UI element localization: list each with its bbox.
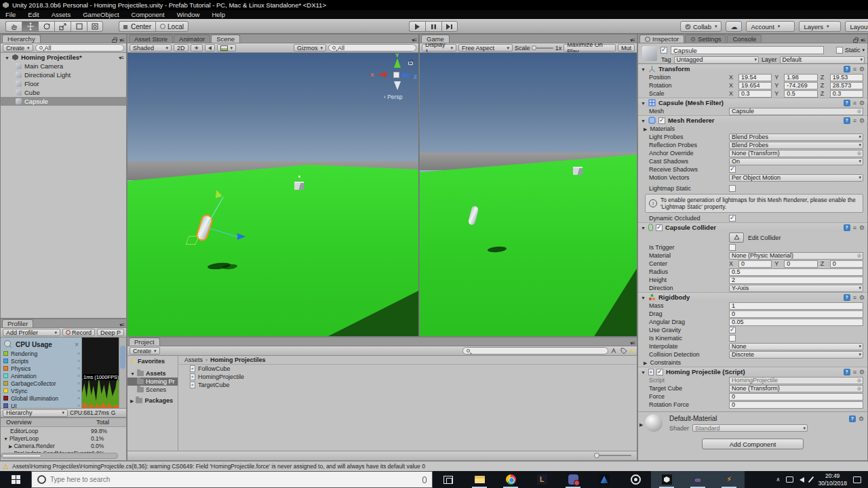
hand-tool-button[interactable]: [5, 21, 22, 32]
script-component-header[interactable]: Homing Projectile (Script) ?: [638, 367, 867, 376]
tab-asset-store[interactable]: Asset Store: [129, 35, 173, 43]
tab-settings[interactable]: Settings: [685, 35, 726, 43]
drag-handle-icon[interactable]: ≡: [77, 366, 79, 371]
hierarchy-item-cube[interactable]: Cube: [1, 88, 126, 97]
motion-vectors-dropdown[interactable]: Per Object Motion: [729, 174, 863, 182]
transform-component-header[interactable]: Transform ?: [638, 64, 867, 73]
visual-studio-button[interactable]: ∞: [682, 471, 713, 488]
project-search-input[interactable]: [462, 347, 608, 354]
panel-menu-icon[interactable]: [861, 36, 865, 43]
hierarchy-item-directional-light[interactable]: Directional Light: [1, 70, 126, 79]
add-profiler-dropdown[interactable]: Add Profiler: [3, 329, 60, 336]
foldout-icon[interactable]: [641, 65, 646, 73]
menu-item-window[interactable]: Window: [177, 11, 200, 18]
2d-toggle-button[interactable]: 2D: [174, 44, 189, 52]
taskbar-search-input[interactable]: [50, 476, 418, 483]
is-trigger-checkbox[interactable]: [729, 244, 736, 251]
component-enabled-checkbox[interactable]: [656, 224, 663, 231]
cpu-usage-graph[interactable]: 1ms (1000FPS): [82, 338, 120, 414]
drag-field[interactable]: 0: [729, 310, 863, 318]
scale-slider[interactable]: [532, 47, 553, 49]
deep-profile-button[interactable]: Deep P: [97, 329, 124, 336]
hierarchy-scene-root[interactable]: Homing Projectiles*: [1, 53, 126, 62]
gizmo-down-cone[interactable]: [394, 81, 401, 90]
audio-toggle-button[interactable]: [205, 44, 215, 52]
hierarchy-create-button[interactable]: Create: [3, 44, 33, 52]
table-row[interactable]: PlayerLoop0.1%: [1, 434, 118, 442]
rotation-y-field[interactable]: -74.269: [784, 82, 817, 89]
pause-button[interactable]: [425, 21, 441, 32]
gear-icon[interactable]: [859, 99, 865, 106]
mesh-object-field[interactable]: Capsule: [729, 108, 863, 115]
record-button[interactable]: Record: [62, 329, 95, 336]
assets-root[interactable]: Assets: [127, 369, 178, 378]
presets-icon[interactable]: [853, 99, 856, 106]
foldout-icon[interactable]: [641, 368, 646, 375]
project-create-button[interactable]: Create: [130, 347, 160, 354]
gameobject-name-field[interactable]: Capsule: [671, 46, 824, 54]
favorites-root[interactable]: Favorites: [127, 357, 178, 365]
file-explorer-button[interactable]: [464, 471, 495, 488]
legend-global-illumination[interactable]: Global Illumination≡: [3, 394, 81, 402]
physic-material-field[interactable]: None (Physic Material): [729, 252, 863, 260]
gear-icon[interactable]: [859, 117, 865, 124]
static-checkbox[interactable]: [836, 47, 843, 54]
help-icon[interactable]: ?: [844, 369, 850, 375]
rotate-tool-button[interactable]: [38, 21, 54, 32]
center-z-field[interactable]: 0: [830, 260, 863, 268]
layout-dropdown[interactable]: Layout: [845, 21, 868, 32]
help-icon[interactable]: ?: [844, 66, 850, 73]
legend-scripts[interactable]: Scripts≡: [3, 357, 81, 365]
file-followcube[interactable]: FollowCube: [179, 365, 637, 373]
legend-vsync[interactable]: VSync≡: [3, 387, 81, 394]
packages-root[interactable]: Packages: [127, 396, 178, 405]
receive-shadows-checkbox[interactable]: [729, 166, 736, 173]
active-checkbox[interactable]: [660, 47, 667, 54]
search-by-label-icon[interactable]: [620, 347, 627, 354]
gear-icon[interactable]: [859, 293, 865, 301]
account-dropdown[interactable]: Account: [746, 21, 795, 32]
breadcrumb-assets[interactable]: Assets: [184, 357, 203, 363]
center-y-field[interactable]: 0: [784, 260, 817, 268]
hierarchy-search-input[interactable]: All: [35, 44, 124, 52]
drag-handle-icon[interactable]: ≡: [77, 396, 79, 401]
drag-handle-icon[interactable]: ≡: [77, 373, 79, 378]
layer-dropdown[interactable]: Default: [780, 56, 865, 64]
foldout-icon[interactable]: [130, 397, 134, 404]
thumbnail-zoom-slider[interactable]: [594, 455, 631, 456]
network-icon[interactable]: [786, 476, 793, 483]
file-targetcube[interactable]: TargetCube: [179, 381, 637, 389]
drag-handle-icon[interactable]: ≡: [77, 359, 79, 363]
presets-icon[interactable]: [853, 368, 856, 375]
mute-audio-button[interactable]: Mut: [618, 44, 635, 52]
favorites-star-icon[interactable]: [629, 347, 635, 354]
lock-icon[interactable]: [853, 39, 858, 43]
gizmos-dropdown[interactable]: Gizmos: [294, 44, 326, 52]
rotation-x-field[interactable]: 19.654: [738, 82, 772, 89]
use-gravity-checkbox[interactable]: [729, 327, 736, 333]
lightmap-static-checkbox[interactable]: [729, 185, 736, 192]
tab-profiler[interactable]: Profiler: [2, 319, 33, 327]
tab-game[interactable]: Game: [421, 35, 450, 43]
play-button[interactable]: [409, 21, 425, 32]
taskbar-clock[interactable]: 20:49 30/10/2018: [818, 472, 847, 487]
edit-collider-button[interactable]: [729, 232, 744, 243]
drag-handle-icon[interactable]: ≡: [77, 351, 79, 356]
panel-menu-icon[interactable]: [630, 36, 635, 43]
legend-rendering[interactable]: Rendering≡: [3, 350, 81, 357]
menu-item-help[interactable]: Help: [212, 11, 225, 18]
start-button[interactable]: [0, 471, 31, 488]
position-y-field[interactable]: 1.98: [784, 74, 817, 81]
lock-icon[interactable]: [408, 62, 413, 65]
foldout-icon[interactable]: [641, 293, 646, 301]
drag-handle-icon[interactable]: ≡: [77, 403, 79, 408]
league-button[interactable]: L: [526, 471, 557, 488]
lock-icon[interactable]: [112, 39, 117, 43]
folder-scenes[interactable]: Scenes: [127, 386, 178, 394]
center-x-field[interactable]: 0: [738, 260, 772, 268]
close-module-icon[interactable]: ×: [75, 341, 79, 348]
drag-handle-icon[interactable]: ≡: [77, 388, 79, 393]
shader-dropdown[interactable]: Standard: [692, 424, 808, 432]
anchor-override-field[interactable]: None (Transform): [729, 150, 863, 157]
angular-drag-field[interactable]: 0.05: [729, 319, 863, 326]
